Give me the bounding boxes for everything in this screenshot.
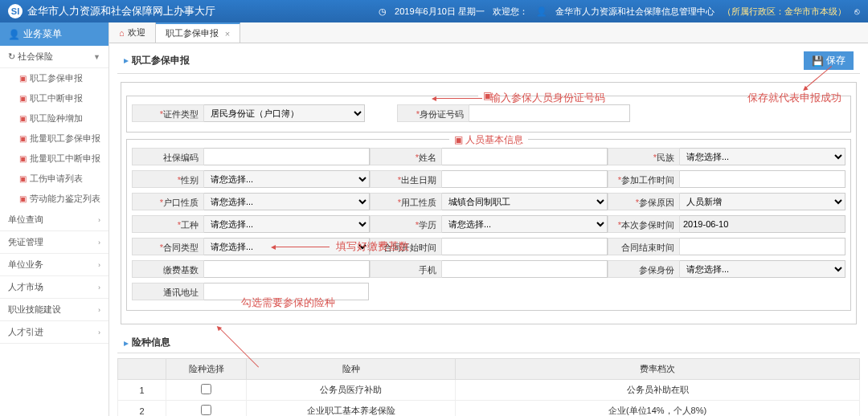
row-type: 企业职工基本养老保险 (247, 401, 456, 417)
label: 社保编码 (132, 148, 204, 165)
close-icon[interactable]: × (225, 29, 230, 39)
label: 合同结束时间 (608, 238, 680, 255)
row-checkbox[interactable] (201, 384, 211, 394)
menu-item[interactable]: 凭证管理› (0, 231, 108, 254)
contract-start-input[interactable] (442, 238, 608, 255)
label: 通讯地址 (132, 283, 204, 300)
save-button[interactable]: 💾保存 (804, 51, 854, 70)
nation-select[interactable]: 请您选择... (680, 148, 845, 165)
row-type: 公务员医疗补助 (247, 380, 456, 401)
caret-icon: ▸ (124, 55, 129, 66)
menu-item[interactable]: 职业技能建设› (0, 299, 108, 321)
name-input[interactable] (442, 148, 608, 165)
chevron-down-icon: ▼ (93, 53, 100, 61)
chevron-right-icon: › (98, 283, 100, 292)
label: *用工性质 (370, 193, 442, 210)
refresh-icon: ↻ (8, 51, 15, 61)
label: *参加工作时间 (608, 170, 680, 188)
table-row: 2企业职工基本养老保险企业(单位14%，个人8%) (118, 401, 860, 417)
pay-base-input[interactable] (204, 260, 370, 278)
emp-nature-select[interactable]: 城镇合同制职工 (442, 193, 608, 210)
col-select: 险种选择 (166, 359, 247, 380)
doc-icon: ▣ (19, 94, 27, 103)
submenu-item[interactable]: ▣职工中断申报 (0, 88, 108, 108)
submenu-item[interactable]: ▣职工险种增加 (0, 108, 108, 128)
menu-item[interactable]: 人才市场› (0, 276, 108, 299)
contract-end-input[interactable] (680, 238, 845, 255)
row-num: 1 (118, 380, 166, 401)
submenu-item[interactable]: ▣批量职工中断申报 (0, 149, 108, 169)
edu-select[interactable]: 请您选择... (442, 215, 608, 233)
tab-bar: ⌂欢迎 职工参保申报× (109, 22, 868, 43)
job-select[interactable]: 请您选择... (204, 215, 370, 233)
chevron-right-icon: › (98, 261, 100, 269)
label: *本次参保时间 (608, 215, 680, 233)
doc-icon: ▣ (454, 134, 463, 145)
label: 缴费基数 (132, 260, 204, 278)
panel-title: 职工参保申报 (132, 55, 190, 66)
col-rate: 费率档次 (456, 359, 860, 380)
region-label: （所属行政区：金华市市本级） (723, 6, 846, 18)
submenu-item[interactable]: ▣职工参保申报 (0, 68, 108, 88)
phone-input[interactable] (442, 260, 608, 278)
join-input[interactable] (680, 170, 845, 188)
row-rate: 企业(单位14%，个人8%) (456, 401, 860, 417)
row-num: 2 (118, 401, 166, 417)
row-rate: 公务员补助在职 (456, 380, 860, 401)
label: *出生日期 (370, 170, 442, 188)
col-type: 险种 (247, 359, 456, 380)
org-name: 金华市人力资源和社会保障信息管理中心 (555, 6, 714, 18)
logout-icon[interactable]: ⎋ (854, 6, 860, 16)
cert-no-label: *身份证号码 (397, 104, 469, 122)
address-input[interactable] (204, 283, 369, 300)
home-icon: ⌂ (119, 28, 125, 38)
gender-select[interactable]: 请您选择... (204, 170, 370, 188)
row-checkbox[interactable] (201, 405, 211, 415)
contract-select[interactable]: 请您选择... (204, 238, 370, 255)
submenu-item[interactable]: ▣批量职工参保申报 (0, 128, 108, 149)
chevron-right-icon: › (98, 216, 100, 224)
doc-icon: ▣ (19, 134, 27, 143)
menu-item[interactable]: 单位查询› (0, 209, 108, 231)
label: *性别 (132, 170, 204, 188)
tab-active[interactable]: 职工参保申报× (156, 22, 240, 43)
sb-code-input[interactable] (204, 148, 370, 165)
doc-icon: ▣ (19, 174, 27, 183)
caret-icon: ▸ (124, 337, 129, 349)
tab-home[interactable]: ⌂欢迎 (109, 22, 156, 43)
cert-type-label: *证件类型 (132, 104, 204, 122)
birth-input[interactable] (442, 170, 608, 188)
menu-item[interactable]: 单位业务› (0, 254, 108, 276)
menu-social-insurance[interactable]: ↻ 社会保险 ▼ (0, 46, 108, 68)
label: *学历 (370, 215, 442, 233)
label: 参保身份 (608, 260, 680, 278)
reason-select[interactable]: 人员新增 (680, 193, 845, 210)
doc-icon: ▣ (19, 154, 27, 163)
table-title: 险种信息 (132, 336, 170, 349)
doc-icon: ▣ (19, 194, 27, 203)
this-time-input[interactable] (680, 215, 845, 233)
hukou-select[interactable]: 请您选择... (204, 193, 370, 210)
label: *工种 (132, 215, 204, 233)
chevron-right-icon: › (98, 239, 100, 247)
chevron-right-icon: › (98, 306, 100, 314)
save-icon: 💾 (812, 55, 824, 67)
cert-no-input[interactable] (469, 104, 630, 122)
table-row: 1公务员医疗补助公务员补助在职 (118, 380, 860, 401)
col-num (118, 359, 166, 380)
cert-type-select[interactable]: 居民身份证（户口簿） (204, 104, 365, 122)
menu-item[interactable]: 人才引进› (0, 321, 108, 344)
app-header: SI 金华市人力资源和社会保障网上办事大厅 ◷ 2019年6月10日 星期一 欢… (0, 0, 868, 22)
submenu-item[interactable]: ▣劳动能力鉴定列表 (0, 189, 108, 209)
label: *合同开始时间 (370, 238, 442, 255)
label: *合同类型 (132, 238, 204, 255)
sidebar: 👤 业务菜单 ↻ 社会保险 ▼ ▣职工参保申报 ▣职工中断申报 ▣职工险种增加 … (0, 22, 109, 416)
identity-select[interactable]: 请您选择... (680, 260, 845, 278)
submenu-item[interactable]: ▣工伤申请列表 (0, 169, 108, 189)
header-date: 2019年6月10日 星期一 (395, 6, 485, 18)
label: *参保原因 (608, 193, 680, 210)
sidebar-title: 业务菜单 (23, 27, 62, 41)
clock-icon: ◷ (379, 6, 387, 17)
user-icon: 👤 (536, 6, 547, 17)
label: *姓名 (370, 148, 442, 165)
